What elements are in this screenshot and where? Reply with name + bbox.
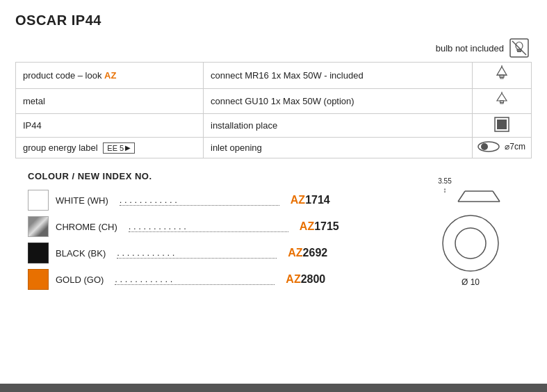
specs-row-2: metal connect GU10 1x Max 50W (option) xyxy=(16,89,532,114)
diameter-text: Ø 10 xyxy=(462,277,480,287)
specs-row-4: group energy label EE 5 ▶ inlet opening xyxy=(16,138,532,158)
colour-name-black: BLACK (BK) xyxy=(56,248,106,259)
dimension-label-355: 3.55 ↕ xyxy=(438,177,451,194)
energy-label-text: group energy label xyxy=(23,142,100,153)
swatch-black xyxy=(28,243,49,263)
specs-left-1: product code – look AZ xyxy=(16,63,204,89)
colour-code-chrome: AZ1715 xyxy=(300,220,339,233)
dim1-text: 3.55 xyxy=(438,177,451,185)
colour-prefix-black: AZ xyxy=(288,247,302,259)
svg-marker-5 xyxy=(497,67,507,75)
energy-badge: EE 5 ▶ xyxy=(103,142,135,154)
svg-point-16 xyxy=(481,143,488,150)
inlet-icon-container: ⌀7cm xyxy=(477,140,525,153)
svg-line-4 xyxy=(512,41,526,55)
main-container: OSCAR IP44 bulb not included product cod… xyxy=(0,0,547,158)
specs-icon-1 xyxy=(473,63,532,89)
svg-rect-7 xyxy=(500,77,503,79)
diameter-label: Ø 10 xyxy=(415,277,526,287)
svg-point-22 xyxy=(455,228,486,259)
energy-badge-value: EE 5 xyxy=(107,144,124,152)
dots-white: . . . . . . . . . . . . xyxy=(120,195,279,206)
svg-rect-11 xyxy=(500,103,503,104)
colour-code-black: AZ2692 xyxy=(288,247,327,259)
bulb-not-included-icon xyxy=(509,38,529,58)
specs-icon-3 xyxy=(473,114,532,138)
bulb-not-included-text: bulb not included xyxy=(436,43,504,54)
diagram-area: 3.55 ↕ Ø 10 xyxy=(415,177,526,287)
specs-icon-4: ⌀7cm xyxy=(473,138,532,158)
svg-marker-9 xyxy=(497,93,507,101)
colour-num-chrome: 1715 xyxy=(314,220,339,232)
colour-code-gold: AZ2800 xyxy=(286,273,325,286)
bottom-bar xyxy=(0,384,547,392)
product-title: OSCAR IP44 xyxy=(15,13,532,28)
specs-right-4: inlet opening xyxy=(204,138,473,158)
product-code-label: product code – look xyxy=(23,70,104,81)
colour-prefix-chrome: AZ xyxy=(300,220,314,232)
dots-chrome: . . . . . . . . . . . . xyxy=(129,221,288,232)
colour-prefix-white: AZ xyxy=(291,194,305,206)
inlet-diameter-text: ⌀7cm xyxy=(505,142,525,152)
svg-rect-14 xyxy=(497,120,507,129)
colour-num-black: 2692 xyxy=(303,247,328,259)
specs-left-2: metal xyxy=(16,89,204,114)
dots-gold: . . . . . . . . . . . . xyxy=(115,274,275,285)
colour-name-chrome: CHROME (CH) xyxy=(56,222,117,232)
specs-right-1: connect MR16 1x Max 50W - included xyxy=(204,63,473,89)
colour-num-gold: 2800 xyxy=(301,273,326,285)
top-view-diagram xyxy=(439,212,502,275)
specs-right-2: connect GU10 1x Max 50W (option) xyxy=(204,89,473,114)
swatch-gold xyxy=(28,269,49,290)
installation-place-icon xyxy=(494,117,509,132)
colour-prefix-gold: AZ xyxy=(286,273,300,285)
swatch-chrome xyxy=(28,216,49,237)
specs-left-3: IP44 xyxy=(16,114,204,138)
svg-rect-3 xyxy=(518,51,521,52)
side-diagram: 3.55 ↕ xyxy=(415,177,526,205)
specs-icon-2 xyxy=(473,89,532,114)
inlet-opening-text: inlet opening xyxy=(211,142,262,153)
inlet-oval-icon xyxy=(477,140,500,153)
colour-code-white: AZ1714 xyxy=(291,194,330,206)
colour-num-white: 1714 xyxy=(305,194,330,206)
specs-left-4: group energy label EE 5 ▶ xyxy=(16,138,204,158)
specs-table: product code – look AZ connect MR16 1x M… xyxy=(15,62,532,158)
dots-black: . . . . . . . . . . . . xyxy=(117,247,277,259)
specs-row-1: product code – look AZ connect MR16 1x M… xyxy=(16,63,532,89)
swatch-white xyxy=(28,190,49,211)
side-profile-diagram xyxy=(455,177,503,205)
colour-name-white: WHITE (WH) xyxy=(56,195,108,206)
specs-row-3: IP44 installation place xyxy=(16,114,532,138)
energy-badge-arrow: ▶ xyxy=(125,144,131,152)
specs-right-3: installation place xyxy=(204,114,473,138)
svg-point-21 xyxy=(443,215,498,271)
gu10-lamp-icon xyxy=(495,92,509,108)
product-code-highlight: AZ xyxy=(104,70,116,81)
svg-line-19 xyxy=(458,191,465,202)
bulb-row: bulb not included xyxy=(15,38,532,58)
colour-name-gold: GOLD (GO) xyxy=(56,275,104,285)
svg-line-20 xyxy=(493,191,500,202)
mr16-lamp-icon xyxy=(494,65,509,83)
